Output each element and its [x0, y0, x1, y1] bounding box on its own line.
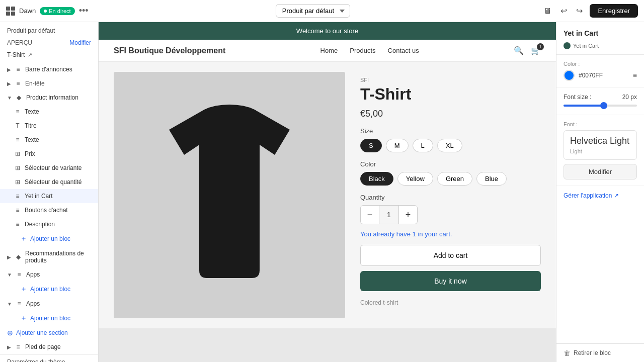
texte2-icon: ≡ [14, 136, 21, 143]
redo-button[interactable]: ↪ [574, 4, 585, 18]
nav-home[interactable]: Home [320, 47, 338, 54]
size-label: Size [360, 127, 541, 135]
texte2-label: Texte [25, 136, 39, 143]
external-link-icon: ↗ [614, 192, 619, 199]
boutons-label: Boutons d'achat [25, 207, 68, 214]
add-block-label3: Ajouter un bloc [30, 315, 70, 322]
modifier-button[interactable]: Modifier [564, 164, 637, 179]
breadcrumb-icon [564, 42, 571, 49]
sidebar-item-description[interactable]: ≡ Description [0, 217, 98, 231]
sidebar-item-variante[interactable]: ⊞ Sélecteur de variante [0, 161, 98, 175]
prix-label: Prix [25, 150, 35, 157]
sidebar-item-apps1[interactable]: ▼ ≡ Apps [0, 267, 98, 282]
add-to-cart-button[interactable]: Add to cart [360, 245, 541, 266]
right-panel: Yet in Cart Yet in Cart Color : #0070FF … [556, 22, 644, 362]
cart-message: You already have 1 in your cart. [360, 230, 541, 238]
prix-icon: ⊞ [14, 150, 21, 157]
sidebar-item-titre[interactable]: T Titre [0, 119, 98, 133]
color-hex: #0070FF [579, 72, 603, 79]
font-section-label: Font : [564, 121, 637, 127]
sidebar-item-boutons[interactable]: ≡ Boutons d'achat [0, 203, 98, 217]
boutons-icon: ≡ [14, 207, 21, 214]
sidebar-item-recommandations[interactable]: ▶ ◆ Recommandations de produits [0, 246, 98, 267]
store-banner: Welcome to our store [99, 22, 556, 40]
color-menu-icon[interactable]: ≡ [633, 71, 637, 79]
sidebar-item-quantite[interactable]: ⊞ Sélecteur de quantité [0, 175, 98, 189]
size-btn-m[interactable]: M [386, 139, 409, 152]
add-block-label2: Ajouter un bloc [30, 286, 70, 293]
add-section-button[interactable]: ⊕ Ajouter une section [0, 326, 98, 340]
store-header: SFI Boutique Développement Home Products… [99, 40, 556, 62]
sidebar-item-yet-in-cart[interactable]: ≡ Yet in Cart [0, 189, 98, 203]
apps2-label: Apps [26, 300, 40, 307]
size-btn-l[interactable]: L [413, 139, 433, 152]
apercu-modifier-link[interactable]: Modifier [69, 39, 91, 46]
color-btn-black[interactable]: Black [360, 172, 393, 186]
cart-badge: 1 [537, 43, 544, 50]
description-icon: ≡ [14, 221, 21, 228]
product-title: T-Shirt [360, 85, 541, 104]
monitor-button[interactable]: 🖥 [541, 5, 553, 18]
left-sidebar: Produit par défaut APERÇU Modifier T-Shi… [0, 22, 99, 362]
add-block-button-apps2[interactable]: ＋ Ajouter un bloc [0, 311, 98, 326]
barre-annonces-icon: ≡ [15, 66, 22, 73]
retirer-bloc-button[interactable]: 🗑 Retirer le bloc [556, 343, 644, 362]
manage-app-link[interactable]: Gérer l'application ↗ [556, 186, 644, 205]
font-size-slider[interactable] [564, 105, 637, 107]
theme-select[interactable]: Produit par défaut [276, 4, 350, 18]
tshirt-link[interactable]: T-Shirt ↗ [0, 49, 98, 62]
nav-contact[interactable]: Contact us [388, 47, 419, 54]
size-btn-s[interactable]: S [360, 139, 382, 152]
search-icon[interactable]: 🔍 [514, 46, 524, 55]
undo-button[interactable]: ↩ [558, 4, 569, 18]
qty-value: 1 [379, 206, 399, 224]
topbar-left: Dawn En direct ••• [6, 6, 89, 16]
sidebar-item-barre-annonces[interactable]: ▶ ≡ Barre d'annonces [0, 62, 98, 76]
titre-label: Titre [25, 122, 37, 129]
color-btn-blue[interactable]: Blue [476, 172, 507, 186]
add-block-button-apps1[interactable]: ＋ Ajouter un bloc [0, 282, 98, 297]
save-button[interactable]: Enregistrer [590, 4, 638, 18]
color-swatch[interactable] [564, 70, 575, 81]
nav-products[interactable]: Products [350, 47, 375, 54]
main-layout: Produit par défaut APERÇU Modifier T-Shi… [0, 22, 644, 362]
chevron-down-icon: ▼ [7, 272, 12, 278]
slider-fill [564, 105, 604, 107]
plus-circle-icon: ⊕ [7, 329, 13, 337]
sidebar-item-texte1[interactable]: ≡ Texte [0, 105, 98, 119]
size-options: S M L XL [360, 139, 541, 152]
sidebar-item-apps2[interactable]: ▼ ≡ Apps [0, 297, 98, 311]
color-btn-yellow[interactable]: Yellow [397, 172, 433, 186]
params-theme-button[interactable]: Paramètres du thème [0, 354, 98, 362]
banner-text: Welcome to our store [296, 27, 358, 35]
tshirt-label: T-Shirt [7, 51, 25, 58]
qty-decrease-button[interactable]: − [361, 206, 379, 224]
qty-increase-button[interactable]: + [399, 206, 417, 224]
more-options-button[interactable]: ••• [79, 6, 89, 16]
manage-app-label: Gérer l'application [564, 192, 612, 199]
breadcrumb: Yet in Cart [556, 40, 644, 55]
apps2-icon: ≡ [16, 300, 23, 307]
topbar: Dawn En direct ••• Produit par défaut 🖥 … [0, 0, 644, 22]
grid-icon[interactable] [6, 7, 15, 16]
breadcrumb-text: Yet in Cart [573, 43, 599, 49]
cart-icon[interactable]: 🛒 1 [531, 46, 541, 55]
size-btn-xl[interactable]: XL [437, 139, 462, 152]
color-section-label: Color : [564, 61, 637, 67]
color-row: #0070FF ≡ [564, 70, 637, 81]
add-block-button-product-info[interactable]: ＋ Ajouter un bloc [0, 231, 98, 246]
color-btn-green[interactable]: Green [437, 172, 472, 186]
sidebar-item-texte2[interactable]: ≡ Texte [0, 133, 98, 147]
sidebar-item-pied-page[interactable]: ▶ ≡ Pied de page [0, 340, 98, 354]
sidebar-item-product-information[interactable]: ▼ ◆ Product information [0, 90, 98, 105]
product-details: SFI T-Shirt €5,00 Size S M L XL Color Bl… [360, 72, 541, 318]
product-image [114, 72, 345, 318]
sidebar-item-en-tete[interactable]: ▶ ≡ En-tête [0, 76, 98, 90]
quantity-label: Quantity [360, 194, 541, 201]
chevron-right-icon: ▶ [7, 67, 11, 72]
slider-thumb[interactable] [600, 102, 607, 109]
titre-icon: T [14, 122, 21, 129]
buy-now-button[interactable]: Buy it now [360, 271, 541, 291]
sidebar-item-prix[interactable]: ⊞ Prix [0, 147, 98, 161]
chevron-right-icon: ▶ [7, 254, 11, 260]
